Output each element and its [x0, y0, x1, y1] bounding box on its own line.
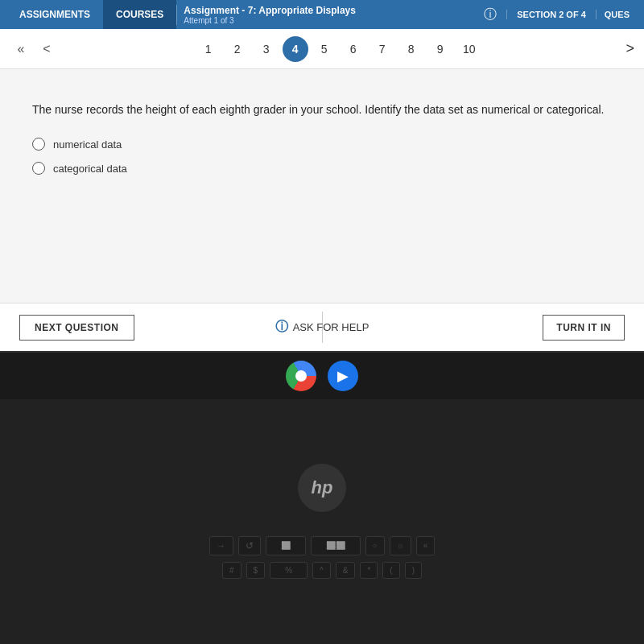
page-8[interactable]: 8 [398, 36, 424, 62]
nav-assignment-info: Assignment - 7: Appropriate Displays Att… [176, 5, 474, 25]
nav-assignments[interactable]: ASSIGNMENTS [6, 0, 103, 29]
page-1[interactable]: 1 [196, 36, 221, 62]
page-2[interactable]: 2 [225, 36, 250, 62]
chrome-icon[interactable] [286, 361, 316, 391]
action-bar: NEXT QUESTION ⓘ ASK FOR HELP TURN IT IN [0, 303, 644, 351]
keyboard-row-1: → ↺ ⬜ ⬜⬜ ○ ☼ « [209, 536, 436, 555]
key-open-paren: ( [382, 562, 399, 579]
option-categorical[interactable]: categorical data [32, 162, 612, 175]
section-label: SECTION 2 OF 4 [506, 10, 597, 19]
hp-text: hp [312, 477, 333, 498]
page-3[interactable]: 3 [254, 36, 279, 62]
next-question-button[interactable]: NEXT QUESTION [19, 315, 134, 341]
page-4[interactable]: 4 [283, 36, 308, 62]
top-nav: ASSIGNMENTS COURSES Assignment - 7: Appr… [0, 0, 644, 29]
ask-for-help-label: ASK FOR HELP [293, 321, 369, 333]
ques-label: QUES [597, 10, 638, 19]
key-caret: ^ [312, 562, 331, 579]
option-numerical-label: numerical data [53, 138, 122, 151]
page-7[interactable]: 7 [369, 36, 395, 62]
nav-assignments-label: ASSIGNMENTS [19, 9, 90, 20]
key-split: ⬜⬜ [311, 536, 361, 555]
option-categorical-label: categorical data [53, 163, 127, 175]
page-9[interactable]: 9 [427, 36, 453, 62]
key-circle: ○ [365, 536, 385, 555]
key-percent: % [270, 562, 308, 579]
key-refresh: ↺ [238, 536, 261, 555]
radio-numerical[interactable] [32, 138, 45, 151]
ask-for-help-button[interactable]: ⓘ ASK FOR HELP [275, 319, 369, 336]
meet-icon[interactable]: ▶ [328, 361, 358, 391]
key-sun: ☼ [390, 536, 411, 555]
taskbar: ▶ [0, 351, 644, 399]
page-next[interactable]: > [626, 40, 635, 57]
keyboard-row-2: # $ % ^ & * ( ) [222, 562, 422, 579]
key-window: ⬜ [266, 536, 306, 555]
attempt-label: Attempt 1 of 3 [184, 16, 474, 25]
key-prev: « [416, 536, 436, 555]
nav-courses-label: COURSES [116, 9, 163, 20]
meet-symbol: ▶ [337, 367, 349, 385]
page-6[interactable]: 6 [341, 36, 366, 62]
page-back-single[interactable]: < [35, 38, 58, 60]
key-arrow: → [209, 536, 233, 555]
laptop-body: hp → ↺ ⬜ ⬜⬜ ○ ☼ « # $ % ^ & * ( ) [0, 399, 644, 644]
question-text: The nurse records the height of each eig… [32, 101, 612, 118]
hp-logo: hp [298, 464, 346, 512]
ask-icon: ⓘ [275, 319, 288, 336]
pagination-bar: « < 1 2 3 4 5 6 7 8 9 10 > [0, 29, 644, 69]
key-close-paren: ) [405, 562, 422, 579]
key-amp: & [336, 562, 356, 579]
nav-courses[interactable]: COURSES [103, 0, 176, 29]
radio-categorical[interactable] [32, 162, 45, 175]
page-5[interactable]: 5 [312, 36, 337, 62]
key-star: * [360, 562, 378, 579]
content-area: The nurse records the height of each eig… [0, 69, 644, 303]
key-hash: # [222, 562, 242, 579]
page-back-double[interactable]: « [10, 38, 32, 60]
option-numerical[interactable]: numerical data [32, 138, 612, 151]
page-10[interactable]: 10 [456, 36, 482, 62]
assignment-title: Assignment - 7: Appropriate Displays [184, 5, 474, 16]
turn-it-in-button[interactable]: TURN IT IN [543, 315, 625, 341]
key-dollar: $ [246, 562, 266, 579]
info-icon[interactable]: ⓘ [474, 6, 506, 23]
